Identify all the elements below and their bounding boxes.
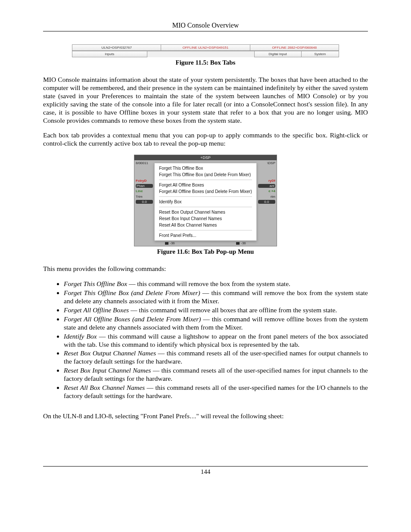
- menu-item-reset-input[interactable]: Reset Box Input Channel Names: [159, 215, 252, 222]
- list-item: Forget All Offline Boxes — this command …: [64, 306, 368, 314]
- stub-dark: Phan: [136, 184, 153, 188]
- box-tab[interactable]: OFFLINE 2882+DSP/060648: [250, 45, 339, 51]
- menu-item-forget-all[interactable]: Forget All Offline Boxes: [159, 182, 252, 188]
- command-desc: — this command will remove the box from …: [127, 280, 290, 287]
- stub-dsp: \DSP: [257, 160, 277, 166]
- box-tab[interactable]: OFFLINE ULN2+DSP/049151: [161, 45, 249, 51]
- box-tab[interactable]: ULN2+DSP/032767: [72, 45, 161, 51]
- list-item: Forget This Offline Box — this command w…: [64, 280, 368, 288]
- menu-item-forget-all-delete[interactable]: Forget All Offline Boxes (and Delete Fro…: [159, 188, 252, 195]
- command-name: Reset Box Input Channel Names: [64, 367, 151, 374]
- menu-item-reset-all[interactable]: Reset All Box Channel Names: [159, 222, 252, 228]
- menu-separator: [159, 196, 252, 197]
- context-menu: Forget This Offline Box Forget This Offl…: [154, 163, 256, 241]
- list-item: Identify Box — this command will cause a…: [64, 333, 368, 349]
- stub-green: e +4: [257, 188, 277, 194]
- paragraph: Each box tab provides a contextual menu …: [43, 131, 368, 148]
- command-name: Forget All Offline Boxes: [64, 306, 129, 314]
- command-name: Forget This Offline Box (and Delete From…: [64, 289, 200, 296]
- stub-trim: rim: [257, 194, 277, 199]
- command-name: Forget This Offline Box: [64, 280, 127, 287]
- stub-val: 0.0: [136, 200, 153, 204]
- paragraph: On the ULN-8 and LIO-8, selecting "Front…: [43, 412, 368, 420]
- figure-11-6: +DSP 8/00011 FctryD Phan Line Trim 0.0 F…: [134, 155, 277, 246]
- box-tabs-row-1: ULN2+DSP/032767 OFFLINE ULN2+DSP/049151 …: [72, 44, 339, 51]
- menu-item-forget-this-delete[interactable]: Forget This Offline Box (and Delete From…: [159, 171, 252, 178]
- popup-right-stubs: \DSP ryDf ant e +4 rim 0.0: [257, 160, 277, 241]
- menu-separator: [159, 230, 252, 230]
- popup-bottom-right: -36: [236, 241, 246, 246]
- figure-11-5-caption: Figure 11.5: Box Tabs: [43, 59, 368, 66]
- command-name: Reset Box Output Channel Names: [64, 349, 156, 357]
- menu-separator: [159, 180, 252, 180]
- menu-item-front-panel-prefs[interactable]: Front Panel Prefs...: [159, 232, 252, 239]
- menu-item-identify[interactable]: Identify Box: [159, 199, 252, 205]
- command-name: Forget All Offline Boxes (and Delete Fro…: [64, 315, 201, 323]
- figure-11-6-caption: Figure 11.6: Box Tab Pop-up Menu: [43, 248, 368, 255]
- list-item: Reset Box Input Channel Names — this com…: [64, 367, 368, 383]
- stub-id: 8/00011: [134, 160, 154, 166]
- list-item: Reset All Box Channel Names — this comma…: [64, 384, 368, 400]
- paragraph: This menu provides the following command…: [43, 265, 368, 273]
- list-item: Forget All Offline Boxes (and Delete Fro…: [64, 315, 368, 332]
- popup-window: +DSP 8/00011 FctryD Phan Line Trim 0.0 F…: [134, 155, 277, 246]
- stub-val: 0.0: [258, 200, 275, 204]
- stub-green: Line: [134, 188, 154, 194]
- box-subtab-spacer: [147, 51, 254, 57]
- stub-dark: ant: [258, 184, 275, 188]
- command-desc: — this command will remove all boxes tha…: [129, 306, 337, 314]
- box-subtab[interactable]: System: [301, 51, 339, 57]
- popup-bottom-left: -36: [165, 241, 175, 246]
- menu-item-forget-this[interactable]: Forget This Offline Box: [159, 165, 252, 171]
- stub-red: FctryD: [134, 178, 154, 184]
- list-item: Forget This Offline Box (and Delete From…: [64, 289, 368, 305]
- popup-window-title: +DSP: [134, 155, 277, 160]
- box-tabs-row-2: Inputs Digital Input System: [72, 51, 339, 57]
- command-name: Reset All Box Channel Names: [64, 384, 145, 391]
- list-item: Reset Box Output Channel Names — this co…: [64, 349, 368, 366]
- figure-11-5: ULN2+DSP/032767 OFFLINE ULN2+DSP/049151 …: [72, 44, 339, 57]
- page-number: 144: [43, 468, 368, 476]
- popup-left-stubs: 8/00011 FctryD Phan Line Trim 0.0: [134, 160, 154, 241]
- stub-red: ryDf: [257, 178, 277, 184]
- command-desc: — this command will cause a lightshow to…: [64, 333, 368, 348]
- footer-rule: [43, 466, 368, 467]
- header-rule: [43, 31, 368, 31]
- paragraph: MIO Console maintains information about …: [43, 76, 368, 124]
- command-list: Forget This Offline Box — this command w…: [43, 280, 368, 400]
- popup-bottom: -36 -36: [134, 241, 277, 246]
- running-head: MIO Console Overview: [43, 22, 368, 29]
- box-subtab[interactable]: Inputs: [72, 51, 147, 57]
- command-name: Identify Box: [64, 333, 97, 340]
- menu-separator: [159, 207, 252, 207]
- menu-item-reset-output[interactable]: Reset Box Output Channel Names: [159, 209, 252, 215]
- stub-trim: Trim: [134, 194, 154, 199]
- popup-body: 8/00011 FctryD Phan Line Trim 0.0 Forget…: [134, 160, 277, 241]
- page: MIO Console Overview ULN2+DSP/032767 OFF…: [0, 0, 411, 488]
- box-subtab[interactable]: Digital Input: [254, 51, 301, 57]
